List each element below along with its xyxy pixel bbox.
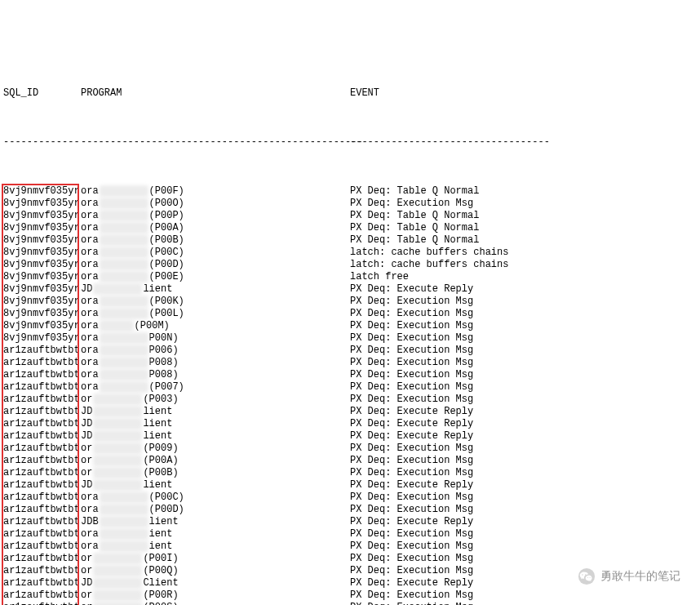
table-row[interactable]: ar1zauftbwtbtora(P00D)PX Deq: Execution …: [3, 504, 697, 516]
table-row[interactable]: ar1zauftbwtbtora(P007)PX Deq: Execution …: [3, 381, 697, 394]
cell-sql-id: ar1zauftbwtbt: [3, 394, 81, 406]
table-row[interactable]: ar1zauftbwtbtoraientPX Deq: Execution Ms…: [3, 540, 697, 553]
program-prefix: ora: [81, 492, 99, 504]
program-suffix: (P00B): [143, 467, 192, 479]
program-suffix: (P00B): [149, 234, 198, 247]
cell-event: PX Deq: Execute Reply: [350, 430, 697, 443]
cell-program: or(P003): [81, 394, 350, 406]
redacted-blur: [100, 345, 148, 356]
table-row[interactable]: 8vj9nmvf035yrora(P00M)PX Deq: Execution …: [3, 320, 697, 332]
cell-sql-id: ar1zauftbwtbt: [3, 516, 81, 528]
table-row[interactable]: ar1zauftbwtbtora(P00C)PX Deq: Execution …: [3, 492, 697, 504]
wechat-icon: [578, 567, 596, 585]
cell-program: or(P00R): [81, 589, 350, 602]
table-row[interactable]: ar1zauftbwtbtor(P00I)PX Deq: Execution M…: [3, 553, 697, 565]
table-row[interactable]: ar1zauftbwtbtoraP008)PX Deq: Execution M…: [3, 369, 697, 381]
redacted-blur: [100, 198, 148, 209]
table-row[interactable]: 8vj9nmvf035yroraP00N)PX Deq: Execution M…: [3, 332, 697, 345]
table-row[interactable]: 8vj9nmvf035yrora(P00D)latch: cache buffe…: [3, 259, 697, 271]
redacted-blur: [100, 259, 148, 270]
cell-event: PX Deq: Execution Msg: [350, 381, 697, 394]
redacted-blur: [100, 271, 148, 282]
table-row[interactable]: ar1zauftbwtbtJDlientPX Deq: Execute Repl…: [3, 430, 697, 443]
table-row[interactable]: ar1zauftbwtbtoraP006)PX Deq: Execution M…: [3, 345, 697, 357]
program-suffix: (P00I): [143, 553, 192, 565]
table-row[interactable]: 8vj9nmvf035yrora(P00B)PX Deq: Table Q No…: [3, 234, 697, 247]
redacted-blur: [93, 283, 142, 295]
table-row[interactable]: ar1zauftbwtbtor(P00R)PX Deq: Execution M…: [3, 589, 697, 602]
program-suffix: (P00D): [149, 259, 198, 271]
cell-sql-id: 8vj9nmvf035yr: [3, 320, 81, 332]
program-prefix: ora: [81, 308, 99, 320]
watermark-text: 勇敢牛牛的笔记: [600, 569, 680, 584]
table-row[interactable]: ar1zauftbwtbtor(P00A)PX Deq: Execution M…: [3, 455, 697, 467]
table-row[interactable]: ar1zauftbwtbtor(P009)PX Deq: Execution M…: [3, 443, 697, 455]
cell-program: JDBlient: [81, 516, 350, 528]
program-suffix: lient: [143, 430, 192, 443]
cell-sql-id: 8vj9nmvf035yr: [3, 283, 81, 296]
cell-sql-id: ar1zauftbwtbt: [3, 589, 81, 602]
cell-program: oraient: [81, 540, 350, 553]
divider-event: ----------------------------------: [350, 136, 697, 149]
program-suffix: P008): [149, 357, 198, 369]
cell-program: oraP008): [81, 357, 350, 369]
cell-sql-id: ar1zauftbwtbt: [3, 528, 81, 540]
cell-program: JDlient: [81, 479, 350, 492]
cell-program: ora(P00F): [81, 185, 350, 198]
cell-sql-id: ar1zauftbwtbt: [3, 553, 81, 565]
program-prefix: ora: [81, 259, 99, 271]
cell-event: PX Deq: Execution Msg: [350, 528, 697, 540]
table-row[interactable]: ar1zauftbwtbtJDlientPX Deq: Execute Repl…: [3, 418, 697, 430]
terminal-output: SQL_ID PROGRAM EVENT ------------- -----…: [0, 49, 700, 605]
table-row[interactable]: 8vj9nmvf035yrora(P00L)PX Deq: Execution …: [3, 308, 697, 320]
cell-sql-id: ar1zauftbwtbt: [3, 602, 81, 605]
redacted-blur: [93, 455, 142, 466]
table-row[interactable]: ar1zauftbwtbtJDBlientPX Deq: Execute Rep…: [3, 516, 697, 528]
cell-program: or(P00A): [81, 455, 350, 467]
cell-sql-id: 8vj9nmvf035yr: [3, 234, 81, 247]
table-row[interactable]: ar1zauftbwtbtoraientPX Deq: Execution Ms…: [3, 528, 697, 540]
table-row[interactable]: ar1zauftbwtbtJDlientPX Deq: Execute Repl…: [3, 406, 697, 418]
program-suffix: (P003): [143, 394, 192, 406]
table-row[interactable]: 8vj9nmvf035yrora(P00F)PX Deq: Table Q No…: [3, 185, 697, 198]
cell-event: latch free: [350, 271, 697, 283]
cell-sql-id: 8vj9nmvf035yr: [3, 259, 81, 271]
table-row[interactable]: ar1zauftbwtbtor(P00S)PX Deq: Execution M…: [3, 602, 697, 605]
redacted-blur: [100, 222, 148, 234]
program-suffix: (P00K): [149, 296, 198, 308]
cell-sql-id: ar1zauftbwtbt: [3, 357, 81, 369]
program-prefix: ora: [81, 247, 99, 259]
program-prefix: or: [81, 589, 92, 602]
table-row[interactable]: 8vj9nmvf035yrora(P00K)PX Deq: Execution …: [3, 296, 697, 308]
table-row[interactable]: ar1zauftbwtbtoraP008)PX Deq: Execution M…: [3, 357, 697, 369]
table-header-divider: ------------- --------------------------…: [3, 136, 697, 149]
program-prefix: ora: [81, 234, 99, 247]
cell-sql-id: ar1zauftbwtbt: [3, 540, 81, 553]
table-row[interactable]: 8vj9nmvf035yrJDlientPX Deq: Execute Repl…: [3, 283, 697, 296]
redacted-blur: [100, 308, 148, 319]
table-row[interactable]: ar1zauftbwtbtJDlientPX Deq: Execute Repl…: [3, 479, 697, 492]
table-row[interactable]: ar1zauftbwtbtor(P00B)PX Deq: Execution M…: [3, 467, 697, 479]
table-row[interactable]: ar1zauftbwtbtor(P003)PX Deq: Execution M…: [3, 394, 697, 406]
table-row[interactable]: 8vj9nmvf035yrora(P00E)latch free: [3, 271, 697, 283]
table-header-row: SQL_ID PROGRAM EVENT: [3, 87, 697, 100]
cell-program: ora(P00D): [81, 259, 350, 271]
watermark: 勇敢牛牛的笔记: [574, 564, 684, 589]
divider-program: ----------------------------------------…: [81, 136, 350, 149]
program-prefix: or: [81, 467, 92, 479]
cell-event: PX Deq: Execute Reply: [350, 283, 697, 296]
program-suffix: lient: [143, 283, 192, 296]
table-row[interactable]: 8vj9nmvf035yrora(P00P)PX Deq: Table Q No…: [3, 210, 697, 222]
table-row[interactable]: 8vj9nmvf035yrora(P00C)latch: cache buffe…: [3, 247, 697, 259]
table-row[interactable]: 8vj9nmvf035yrora(P00O)PX Deq: Execution …: [3, 198, 697, 210]
cell-sql-id: 8vj9nmvf035yr: [3, 185, 81, 198]
table-row[interactable]: 8vj9nmvf035yrora(P00A)PX Deq: Table Q No…: [3, 222, 697, 234]
cell-event: PX Deq: Execution Msg: [350, 308, 697, 320]
redacted-blur: [100, 528, 148, 540]
program-suffix: lient: [143, 479, 192, 492]
header-sql-id: SQL_ID: [3, 87, 81, 100]
program-suffix: (P00O): [149, 198, 198, 210]
cell-program: JDClient: [81, 577, 350, 589]
divider-sql-id: -------------: [3, 136, 81, 149]
redacted-blur: [100, 320, 134, 331]
